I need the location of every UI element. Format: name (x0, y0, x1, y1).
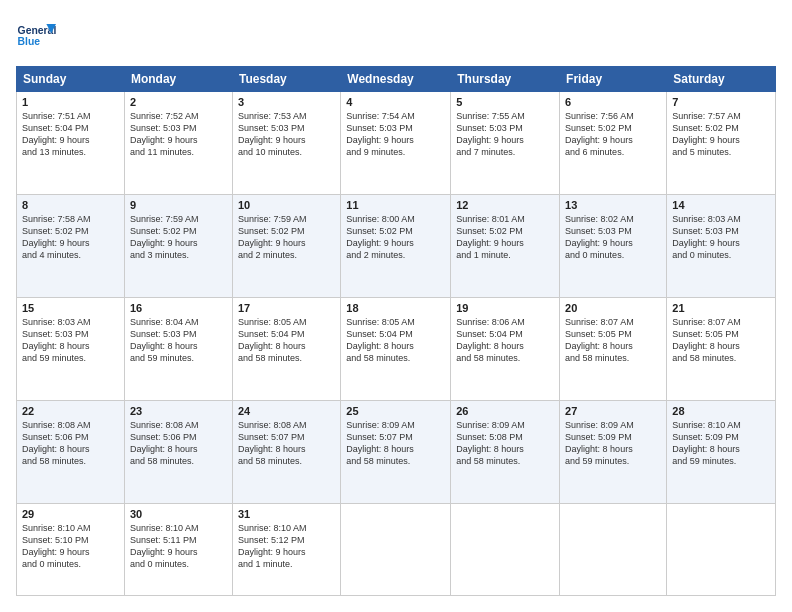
day-number: 26 (456, 405, 554, 417)
day-info: Sunrise: 8:07 AMSunset: 5:05 PMDaylight:… (565, 316, 661, 365)
day-info: Sunrise: 7:51 AMSunset: 5:04 PMDaylight:… (22, 110, 119, 159)
calendar-day-cell: 17Sunrise: 8:05 AMSunset: 5:04 PMDayligh… (232, 297, 340, 400)
day-number: 17 (238, 302, 335, 314)
calendar-day-cell: 29Sunrise: 8:10 AMSunset: 5:10 PMDayligh… (17, 503, 125, 595)
calendar-day-cell (341, 503, 451, 595)
day-number: 12 (456, 199, 554, 211)
day-info: Sunrise: 8:10 AMSunset: 5:11 PMDaylight:… (130, 522, 227, 571)
calendar-day-cell: 7Sunrise: 7:57 AMSunset: 5:02 PMDaylight… (667, 92, 776, 195)
day-info: Sunrise: 7:54 AMSunset: 5:03 PMDaylight:… (346, 110, 445, 159)
day-number: 4 (346, 96, 445, 108)
day-info: Sunrise: 8:08 AMSunset: 5:06 PMDaylight:… (22, 419, 119, 468)
page: General Blue SundayMondayTuesdayWednesda… (0, 0, 792, 612)
day-number: 8 (22, 199, 119, 211)
day-info: Sunrise: 7:57 AMSunset: 5:02 PMDaylight:… (672, 110, 770, 159)
day-number: 22 (22, 405, 119, 417)
calendar-day-cell: 18Sunrise: 8:05 AMSunset: 5:04 PMDayligh… (341, 297, 451, 400)
day-info: Sunrise: 8:05 AMSunset: 5:04 PMDaylight:… (346, 316, 445, 365)
day-info: Sunrise: 8:09 AMSunset: 5:08 PMDaylight:… (456, 419, 554, 468)
day-info: Sunrise: 7:53 AMSunset: 5:03 PMDaylight:… (238, 110, 335, 159)
calendar-header-row: SundayMondayTuesdayWednesdayThursdayFrid… (17, 67, 776, 92)
calendar-day-cell: 1Sunrise: 7:51 AMSunset: 5:04 PMDaylight… (17, 92, 125, 195)
day-number: 20 (565, 302, 661, 314)
calendar-day-cell: 15Sunrise: 8:03 AMSunset: 5:03 PMDayligh… (17, 297, 125, 400)
day-number: 23 (130, 405, 227, 417)
day-info: Sunrise: 7:59 AMSunset: 5:02 PMDaylight:… (238, 213, 335, 262)
day-number: 31 (238, 508, 335, 520)
day-header-friday: Friday (560, 67, 667, 92)
day-number: 7 (672, 96, 770, 108)
calendar-week-row: 1Sunrise: 7:51 AMSunset: 5:04 PMDaylight… (17, 92, 776, 195)
calendar-day-cell: 25Sunrise: 8:09 AMSunset: 5:07 PMDayligh… (341, 400, 451, 503)
day-number: 21 (672, 302, 770, 314)
day-header-thursday: Thursday (451, 67, 560, 92)
svg-text:Blue: Blue (18, 36, 41, 47)
day-info: Sunrise: 8:05 AMSunset: 5:04 PMDaylight:… (238, 316, 335, 365)
day-number: 19 (456, 302, 554, 314)
calendar-day-cell: 10Sunrise: 7:59 AMSunset: 5:02 PMDayligh… (232, 194, 340, 297)
calendar-day-cell: 26Sunrise: 8:09 AMSunset: 5:08 PMDayligh… (451, 400, 560, 503)
day-info: Sunrise: 8:03 AMSunset: 5:03 PMDaylight:… (672, 213, 770, 262)
day-header-sunday: Sunday (17, 67, 125, 92)
day-header-saturday: Saturday (667, 67, 776, 92)
day-number: 5 (456, 96, 554, 108)
day-number: 25 (346, 405, 445, 417)
day-info: Sunrise: 8:07 AMSunset: 5:05 PMDaylight:… (672, 316, 770, 365)
day-number: 16 (130, 302, 227, 314)
day-info: Sunrise: 7:52 AMSunset: 5:03 PMDaylight:… (130, 110, 227, 159)
calendar-day-cell: 30Sunrise: 8:10 AMSunset: 5:11 PMDayligh… (124, 503, 232, 595)
day-info: Sunrise: 8:00 AMSunset: 5:02 PMDaylight:… (346, 213, 445, 262)
day-info: Sunrise: 8:06 AMSunset: 5:04 PMDaylight:… (456, 316, 554, 365)
calendar-week-row: 29Sunrise: 8:10 AMSunset: 5:10 PMDayligh… (17, 503, 776, 595)
calendar-day-cell: 11Sunrise: 8:00 AMSunset: 5:02 PMDayligh… (341, 194, 451, 297)
calendar-day-cell: 21Sunrise: 8:07 AMSunset: 5:05 PMDayligh… (667, 297, 776, 400)
logo: General Blue (16, 16, 60, 56)
day-number: 2 (130, 96, 227, 108)
day-number: 29 (22, 508, 119, 520)
day-info: Sunrise: 8:08 AMSunset: 5:06 PMDaylight:… (130, 419, 227, 468)
logo-icon: General Blue (16, 16, 56, 56)
day-number: 15 (22, 302, 119, 314)
calendar-day-cell: 31Sunrise: 8:10 AMSunset: 5:12 PMDayligh… (232, 503, 340, 595)
day-number: 1 (22, 96, 119, 108)
day-number: 30 (130, 508, 227, 520)
calendar-day-cell: 8Sunrise: 7:58 AMSunset: 5:02 PMDaylight… (17, 194, 125, 297)
day-number: 6 (565, 96, 661, 108)
day-number: 14 (672, 199, 770, 211)
calendar-day-cell: 24Sunrise: 8:08 AMSunset: 5:07 PMDayligh… (232, 400, 340, 503)
calendar-week-row: 15Sunrise: 8:03 AMSunset: 5:03 PMDayligh… (17, 297, 776, 400)
calendar-table: SundayMondayTuesdayWednesdayThursdayFrid… (16, 66, 776, 596)
calendar-day-cell: 3Sunrise: 7:53 AMSunset: 5:03 PMDaylight… (232, 92, 340, 195)
day-info: Sunrise: 8:08 AMSunset: 5:07 PMDaylight:… (238, 419, 335, 468)
day-number: 11 (346, 199, 445, 211)
calendar-day-cell: 13Sunrise: 8:02 AMSunset: 5:03 PMDayligh… (560, 194, 667, 297)
day-info: Sunrise: 8:03 AMSunset: 5:03 PMDaylight:… (22, 316, 119, 365)
day-number: 3 (238, 96, 335, 108)
calendar-day-cell (560, 503, 667, 595)
day-number: 18 (346, 302, 445, 314)
calendar-day-cell: 5Sunrise: 7:55 AMSunset: 5:03 PMDaylight… (451, 92, 560, 195)
calendar-day-cell: 2Sunrise: 7:52 AMSunset: 5:03 PMDaylight… (124, 92, 232, 195)
day-info: Sunrise: 8:02 AMSunset: 5:03 PMDaylight:… (565, 213, 661, 262)
day-number: 10 (238, 199, 335, 211)
day-info: Sunrise: 8:04 AMSunset: 5:03 PMDaylight:… (130, 316, 227, 365)
calendar-day-cell: 22Sunrise: 8:08 AMSunset: 5:06 PMDayligh… (17, 400, 125, 503)
calendar-day-cell: 16Sunrise: 8:04 AMSunset: 5:03 PMDayligh… (124, 297, 232, 400)
calendar-day-cell: 6Sunrise: 7:56 AMSunset: 5:02 PMDaylight… (560, 92, 667, 195)
calendar-day-cell: 20Sunrise: 8:07 AMSunset: 5:05 PMDayligh… (560, 297, 667, 400)
day-info: Sunrise: 7:56 AMSunset: 5:02 PMDaylight:… (565, 110, 661, 159)
day-info: Sunrise: 8:10 AMSunset: 5:10 PMDaylight:… (22, 522, 119, 571)
day-number: 27 (565, 405, 661, 417)
calendar-day-cell (451, 503, 560, 595)
calendar-day-cell: 14Sunrise: 8:03 AMSunset: 5:03 PMDayligh… (667, 194, 776, 297)
day-info: Sunrise: 8:09 AMSunset: 5:09 PMDaylight:… (565, 419, 661, 468)
calendar-week-row: 22Sunrise: 8:08 AMSunset: 5:06 PMDayligh… (17, 400, 776, 503)
header: General Blue (16, 16, 776, 56)
day-number: 9 (130, 199, 227, 211)
day-number: 13 (565, 199, 661, 211)
calendar-day-cell: 23Sunrise: 8:08 AMSunset: 5:06 PMDayligh… (124, 400, 232, 503)
calendar-day-cell: 9Sunrise: 7:59 AMSunset: 5:02 PMDaylight… (124, 194, 232, 297)
day-header-monday: Monday (124, 67, 232, 92)
day-number: 28 (672, 405, 770, 417)
calendar-week-row: 8Sunrise: 7:58 AMSunset: 5:02 PMDaylight… (17, 194, 776, 297)
